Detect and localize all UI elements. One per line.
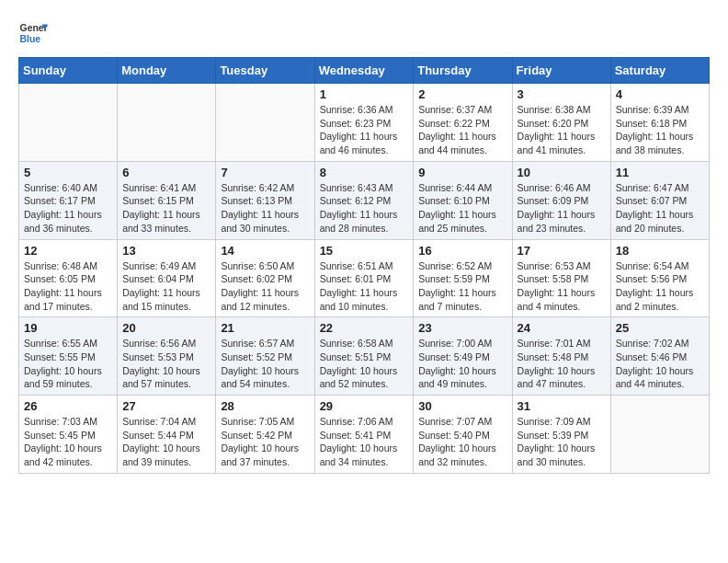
day-info: Sunrise: 7:01 AM Sunset: 5:48 PM Dayligh… — [518, 337, 606, 391]
day-info: Sunrise: 6:46 AM Sunset: 6:09 PM Dayligh… — [518, 181, 606, 236]
calendar-cell: 20Sunrise: 6:56 AM Sunset: 5:53 PM Dayli… — [118, 317, 216, 396]
day-number: 31 — [518, 399, 606, 413]
day-number: 13 — [122, 244, 210, 258]
day-number: 19 — [24, 321, 112, 335]
day-info: Sunrise: 7:09 AM Sunset: 5:39 PM Dayligh… — [518, 415, 606, 469]
calendar-cell: 27Sunrise: 7:04 AM Sunset: 5:44 PM Dayli… — [118, 396, 216, 474]
day-info: Sunrise: 6:43 AM Sunset: 6:12 PM Dayligh… — [320, 181, 409, 236]
calendar-cell: 25Sunrise: 7:02 AM Sunset: 5:46 PM Dayli… — [610, 317, 709, 396]
calendar-cell — [118, 84, 216, 162]
calendar-cell: 9Sunrise: 6:44 AM Sunset: 6:10 PM Daylig… — [414, 161, 512, 239]
calendar-cell: 4Sunrise: 6:39 AM Sunset: 6:18 PM Daylig… — [610, 84, 709, 162]
calendar-cell: 31Sunrise: 7:09 AM Sunset: 5:39 PM Dayli… — [512, 396, 610, 474]
day-info: Sunrise: 6:52 AM Sunset: 5:59 PM Dayligh… — [418, 259, 506, 314]
calendar-cell: 10Sunrise: 6:46 AM Sunset: 6:09 PM Dayli… — [512, 161, 610, 239]
day-info: Sunrise: 7:00 AM Sunset: 5:49 PM Dayligh… — [418, 337, 506, 391]
calendar-cell: 16Sunrise: 6:52 AM Sunset: 5:59 PM Dayli… — [414, 239, 512, 317]
day-number: 17 — [518, 244, 606, 258]
day-info: Sunrise: 6:40 AM Sunset: 6:17 PM Dayligh… — [24, 181, 112, 236]
day-info: Sunrise: 6:41 AM Sunset: 6:15 PM Dayligh… — [122, 181, 210, 236]
calendar-cell: 24Sunrise: 7:01 AM Sunset: 5:48 PM Dayli… — [512, 317, 610, 396]
calendar-cell: 23Sunrise: 7:00 AM Sunset: 5:49 PM Dayli… — [414, 317, 512, 396]
calendar-cell: 29Sunrise: 7:06 AM Sunset: 5:41 PM Dayli… — [314, 396, 414, 474]
calendar-cell: 6Sunrise: 6:41 AM Sunset: 6:15 PM Daylig… — [118, 161, 216, 239]
day-number: 30 — [418, 399, 506, 413]
page-header: General Blue — [18, 18, 710, 48]
day-number: 15 — [320, 244, 409, 258]
day-number: 9 — [418, 166, 506, 179]
day-info: Sunrise: 7:07 AM Sunset: 5:40 PM Dayligh… — [418, 415, 506, 469]
weekday-header-tuesday: Tuesday — [216, 58, 314, 84]
calendar-cell: 22Sunrise: 6:58 AM Sunset: 5:51 PM Dayli… — [314, 317, 414, 396]
day-info: Sunrise: 6:44 AM Sunset: 6:10 PM Dayligh… — [418, 181, 506, 236]
day-number: 6 — [122, 166, 210, 179]
day-number: 26 — [24, 399, 112, 413]
day-number: 7 — [221, 166, 309, 179]
calendar-cell: 2Sunrise: 6:37 AM Sunset: 6:22 PM Daylig… — [414, 84, 512, 162]
day-number: 3 — [518, 87, 606, 101]
day-info: Sunrise: 7:02 AM Sunset: 5:46 PM Dayligh… — [616, 337, 704, 391]
day-number: 8 — [320, 166, 409, 179]
week-row-4: 19Sunrise: 6:55 AM Sunset: 5:55 PM Dayli… — [19, 317, 710, 396]
day-number: 28 — [221, 399, 309, 413]
calendar-cell: 15Sunrise: 6:51 AM Sunset: 6:01 PM Dayli… — [314, 239, 414, 317]
day-number: 4 — [616, 87, 704, 101]
calendar-cell: 3Sunrise: 6:38 AM Sunset: 6:20 PM Daylig… — [512, 84, 610, 162]
weekday-header-sunday: Sunday — [19, 58, 118, 84]
weekday-header-friday: Friday — [512, 58, 610, 84]
calendar-cell: 8Sunrise: 6:43 AM Sunset: 6:12 PM Daylig… — [314, 161, 414, 239]
day-number: 1 — [320, 87, 409, 101]
day-info: Sunrise: 6:47 AM Sunset: 6:07 PM Dayligh… — [616, 181, 704, 236]
day-number: 23 — [418, 321, 506, 335]
day-info: Sunrise: 6:55 AM Sunset: 5:55 PM Dayligh… — [24, 337, 112, 391]
day-info: Sunrise: 6:49 AM Sunset: 6:04 PM Dayligh… — [122, 259, 210, 314]
weekday-header-saturday: Saturday — [610, 58, 709, 84]
day-number: 12 — [24, 244, 112, 258]
weekday-header-thursday: Thursday — [414, 58, 512, 84]
day-info: Sunrise: 6:38 AM Sunset: 6:20 PM Dayligh… — [518, 103, 606, 157]
day-info: Sunrise: 6:42 AM Sunset: 6:13 PM Dayligh… — [221, 181, 309, 236]
week-row-2: 5Sunrise: 6:40 AM Sunset: 6:17 PM Daylig… — [19, 161, 710, 239]
calendar-cell — [610, 396, 709, 474]
calendar-cell: 30Sunrise: 7:07 AM Sunset: 5:40 PM Dayli… — [414, 396, 512, 474]
day-number: 14 — [221, 244, 309, 258]
day-info: Sunrise: 6:36 AM Sunset: 6:23 PM Dayligh… — [320, 103, 409, 157]
day-number: 20 — [122, 321, 210, 335]
day-number: 25 — [616, 321, 704, 335]
day-number: 5 — [24, 166, 112, 179]
day-number: 21 — [221, 321, 309, 335]
weekday-header-row: SundayMondayTuesdayWednesdayThursdayFrid… — [19, 58, 710, 84]
calendar-cell: 21Sunrise: 6:57 AM Sunset: 5:52 PM Dayli… — [216, 317, 314, 396]
day-info: Sunrise: 6:57 AM Sunset: 5:52 PM Dayligh… — [221, 337, 309, 391]
calendar-cell: 12Sunrise: 6:48 AM Sunset: 6:05 PM Dayli… — [19, 239, 118, 317]
day-number: 27 — [122, 399, 210, 413]
day-info: Sunrise: 7:03 AM Sunset: 5:45 PM Dayligh… — [24, 415, 112, 469]
day-info: Sunrise: 6:39 AM Sunset: 6:18 PM Dayligh… — [616, 103, 704, 157]
day-number: 22 — [320, 321, 409, 335]
logo: General Blue — [18, 18, 48, 48]
day-info: Sunrise: 7:05 AM Sunset: 5:42 PM Dayligh… — [221, 415, 309, 469]
day-info: Sunrise: 6:58 AM Sunset: 5:51 PM Dayligh… — [320, 337, 409, 391]
day-number: 18 — [616, 244, 704, 258]
svg-text:Blue: Blue — [20, 34, 41, 44]
calendar-cell: 5Sunrise: 6:40 AM Sunset: 6:17 PM Daylig… — [19, 161, 118, 239]
day-info: Sunrise: 6:48 AM Sunset: 6:05 PM Dayligh… — [24, 259, 112, 314]
calendar-cell: 17Sunrise: 6:53 AM Sunset: 5:58 PM Dayli… — [512, 239, 610, 317]
calendar-cell: 7Sunrise: 6:42 AM Sunset: 6:13 PM Daylig… — [216, 161, 314, 239]
day-info: Sunrise: 6:37 AM Sunset: 6:22 PM Dayligh… — [418, 103, 506, 157]
calendar-cell: 11Sunrise: 6:47 AM Sunset: 6:07 PM Dayli… — [610, 161, 709, 239]
day-info: Sunrise: 7:06 AM Sunset: 5:41 PM Dayligh… — [320, 415, 409, 469]
day-number: 2 — [418, 87, 506, 101]
week-row-5: 26Sunrise: 7:03 AM Sunset: 5:45 PM Dayli… — [19, 396, 710, 474]
day-number: 11 — [616, 166, 704, 179]
calendar-cell — [216, 84, 314, 162]
day-info: Sunrise: 6:50 AM Sunset: 6:02 PM Dayligh… — [221, 259, 309, 314]
calendar-cell: 14Sunrise: 6:50 AM Sunset: 6:02 PM Dayli… — [216, 239, 314, 317]
day-info: Sunrise: 6:54 AM Sunset: 5:56 PM Dayligh… — [616, 259, 704, 314]
calendar-cell: 26Sunrise: 7:03 AM Sunset: 5:45 PM Dayli… — [19, 396, 118, 474]
weekday-header-monday: Monday — [118, 58, 216, 84]
day-info: Sunrise: 6:53 AM Sunset: 5:58 PM Dayligh… — [518, 259, 606, 314]
calendar-cell: 13Sunrise: 6:49 AM Sunset: 6:04 PM Dayli… — [118, 239, 216, 317]
calendar-cell: 19Sunrise: 6:55 AM Sunset: 5:55 PM Dayli… — [19, 317, 118, 396]
day-number: 29 — [320, 399, 409, 413]
